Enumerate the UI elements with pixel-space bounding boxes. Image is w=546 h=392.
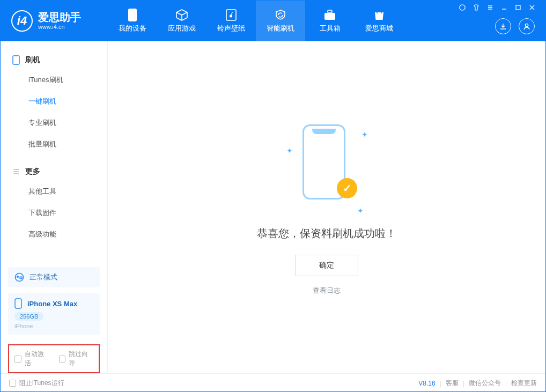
- window-controls: [459, 1, 540, 11]
- device-card[interactable]: iPhone XS Max 256GB iPhone: [8, 293, 100, 335]
- svg-rect-4: [516, 5, 520, 10]
- header-right: [459, 1, 540, 41]
- main-content: ✓ 恭喜您，保资料刷机成功啦！ 确定 查看日志: [108, 41, 545, 373]
- svg-point-9: [20, 277, 22, 279]
- device-type: iPhone: [14, 323, 93, 329]
- list-icon: [12, 168, 20, 175]
- sparkle-icon: [286, 146, 291, 150]
- version-label: V8.16: [418, 380, 435, 387]
- svg-rect-6: [13, 56, 19, 64]
- close-icon[interactable]: [528, 4, 536, 11]
- nav-store[interactable]: 爱思商城: [355, 1, 404, 41]
- skin-icon[interactable]: [473, 4, 480, 11]
- device-small-icon: [14, 298, 22, 309]
- svg-rect-10: [15, 299, 21, 308]
- nav-my-device[interactable]: 我的设备: [108, 1, 157, 41]
- toolbox-icon: [323, 9, 336, 21]
- maximize-icon[interactable]: [514, 4, 522, 11]
- sidebar-item-advanced[interactable]: 高级功能: [1, 224, 107, 245]
- nav-label: 爱思商城: [365, 24, 393, 33]
- device-name: iPhone XS Max: [27, 300, 77, 308]
- shopping-bag-icon: [373, 9, 386, 21]
- check-update-link[interactable]: 检查更新: [511, 379, 537, 388]
- sidebar-item-download-firmware[interactable]: 下载固件: [1, 202, 107, 224]
- sidebar: 刷机 iTunes刷机 一键刷机 专业刷机 批量刷机 更多 其他工具 下载固件 …: [1, 41, 108, 373]
- brand-url: www.i4.cn: [38, 24, 81, 31]
- checkbox-skip-guide[interactable]: 跳过向导: [59, 350, 94, 368]
- logo-block: i4 爱思助手 www.i4.cn: [1, 1, 108, 41]
- nav-label: 铃声壁纸: [217, 24, 245, 33]
- checkbox-auto-activate[interactable]: 自动激活: [14, 350, 49, 368]
- view-log-link[interactable]: 查看日志: [313, 286, 341, 295]
- nav-toolbox[interactable]: 工具箱: [305, 1, 355, 41]
- sidebar-group-more: 更多: [1, 162, 107, 181]
- minimize-icon[interactable]: [500, 4, 508, 11]
- nav-label: 应用游戏: [168, 24, 196, 33]
- status-bar: 阻止iTunes运行 V8.16 | 客服 | 微信公众号 | 检查更新: [1, 373, 545, 392]
- svg-rect-2: [324, 13, 335, 20]
- brand-name: 爱思助手: [38, 11, 81, 24]
- nav-label: 工具箱: [320, 24, 341, 33]
- mode-icon: [14, 272, 24, 282]
- sparkle-icon: [357, 206, 361, 210]
- success-message: 恭喜您，保资料刷机成功啦！: [257, 226, 396, 241]
- sidebar-item-oneclick-flash[interactable]: 一键刷机: [1, 91, 107, 112]
- success-illustration: ✓: [292, 119, 361, 216]
- download-button[interactable]: [495, 18, 511, 34]
- sidebar-item-itunes-flash[interactable]: iTunes刷机: [1, 69, 107, 91]
- highlighted-options: 自动激活 跳过向导: [8, 344, 100, 373]
- mode-status[interactable]: 正常模式: [8, 267, 100, 287]
- device-icon: [12, 55, 20, 65]
- mode-label: 正常模式: [29, 272, 57, 282]
- top-nav: 我的设备 应用游戏 铃声壁纸 智能刷机 工具箱 爱思商城: [108, 1, 404, 41]
- wechat-link[interactable]: 微信公众号: [469, 379, 501, 388]
- sidebar-item-pro-flash[interactable]: 专业刷机: [1, 112, 107, 134]
- phone-icon: [126, 9, 139, 21]
- svg-rect-0: [128, 9, 137, 21]
- nav-label: 智能刷机: [267, 24, 294, 33]
- refresh-shield-icon: [274, 9, 287, 21]
- sidebar-group-flash: 刷机: [1, 51, 107, 69]
- customer-service-link[interactable]: 客服: [446, 379, 459, 388]
- ok-button[interactable]: 确定: [295, 255, 358, 276]
- nav-ringtones-wallpapers[interactable]: 铃声壁纸: [206, 1, 256, 41]
- account-button[interactable]: [519, 18, 535, 34]
- nav-apps-games[interactable]: 应用游戏: [157, 1, 206, 41]
- device-storage: 256GB: [14, 312, 43, 321]
- menu-icon[interactable]: [486, 4, 494, 11]
- svg-rect-3: [328, 10, 332, 13]
- app-header: i4 爱思助手 www.i4.cn 我的设备 应用游戏 铃声壁纸 智能刷机 工具…: [1, 1, 545, 41]
- cube-icon: [175, 9, 188, 21]
- check-badge-icon: ✓: [337, 178, 357, 198]
- nav-label: 我的设备: [119, 24, 146, 33]
- svg-point-5: [525, 24, 528, 26]
- svg-point-8: [17, 276, 19, 278]
- logo-icon: i4: [11, 10, 33, 32]
- music-note-icon: [225, 9, 238, 21]
- sidebar-item-batch-flash[interactable]: 批量刷机: [1, 134, 107, 155]
- nav-smart-flash[interactable]: 智能刷机: [256, 1, 305, 41]
- sparkle-icon: [361, 130, 366, 134]
- feedback-icon[interactable]: [459, 4, 466, 11]
- checkbox-block-itunes[interactable]: 阻止iTunes运行: [9, 379, 64, 388]
- sidebar-item-other-tools[interactable]: 其他工具: [1, 181, 107, 202]
